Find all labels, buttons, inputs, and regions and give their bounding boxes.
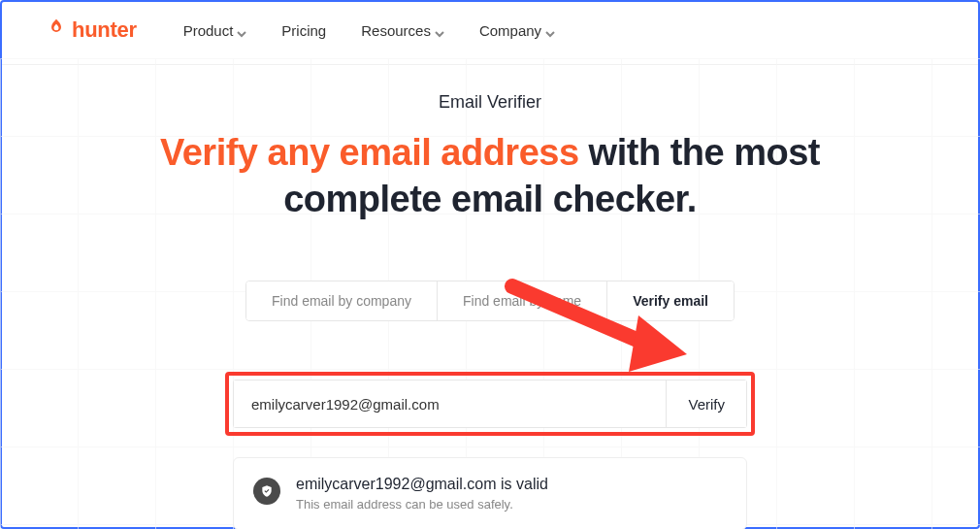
verify-input-row: Verify xyxy=(233,380,747,428)
verify-form: Verify xyxy=(233,380,747,428)
verify-button[interactable]: Verify xyxy=(666,380,746,427)
email-input[interactable] xyxy=(234,380,666,427)
page-eyebrow: Email Verifier xyxy=(0,92,980,113)
main-content: Email Verifier Verify any email address … xyxy=(0,65,980,529)
result-card: emilycarver1992@gmail.com is valid This … xyxy=(233,457,747,529)
tab-verify-email[interactable]: Verify email xyxy=(607,281,734,320)
tab-find-by-name[interactable]: Find email by name xyxy=(438,281,607,320)
result-text: emilycarver1992@gmail.com is valid This … xyxy=(296,476,548,512)
page-headline: Verify any email address with the most c… xyxy=(121,130,859,222)
tab-find-by-company[interactable]: Find email by company xyxy=(246,281,438,320)
result-subtitle: This email address can be used safely. xyxy=(296,497,548,512)
shield-check-icon xyxy=(253,478,280,505)
result-title: emilycarver1992@gmail.com is valid xyxy=(296,476,548,493)
search-mode-tabs: Find email by company Find email by name… xyxy=(245,281,735,321)
svg-marker-1 xyxy=(629,315,687,372)
headline-accent: Verify any email address xyxy=(160,132,579,173)
